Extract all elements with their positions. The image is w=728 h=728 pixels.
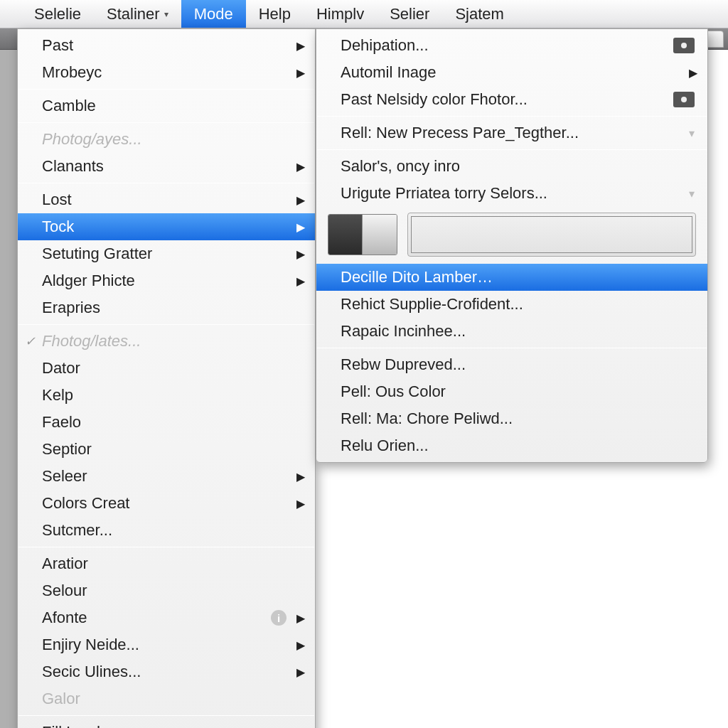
menubar-item-sjatem[interactable]: Sjatem (442, 0, 516, 28)
menu-item-relu-orien[interactable]: Relu Orien... (316, 432, 707, 459)
menu-separator (317, 348, 707, 348)
menubar-item-himplv[interactable]: Himplv (304, 0, 377, 28)
spectrum-cell[interactable] (660, 217, 670, 252)
spectrum-cell[interactable] (412, 217, 422, 252)
menu-item-label: Rebw Dupreved... (341, 355, 466, 374)
spectrum-cell[interactable] (616, 217, 627, 252)
spectrum-cell[interactable] (466, 217, 476, 252)
menu-item-fill-lasd[interactable]: Fill Lasd (18, 719, 315, 728)
menubar-item-selier[interactable]: Selier (377, 0, 442, 28)
menu-item-label: Pell: Ous Color (341, 382, 446, 401)
menu-item-label: Salor's, oncy inro (341, 157, 460, 176)
menu-item-aratior[interactable]: Aratior (18, 550, 315, 577)
menu-item-rell-ma-chore-peliwd[interactable]: Rell: Ma: Chore Peliwd... (316, 405, 707, 432)
spectrum-cell[interactable] (606, 217, 616, 252)
menu-item-septior[interactable]: Septior (18, 436, 315, 463)
menu-item-afonte[interactable]: Afontei▶ (18, 604, 315, 631)
spectrum-cell[interactable] (541, 217, 552, 252)
menu-item-label: Decille Dito Lamber… (341, 268, 493, 287)
menu-item-mrobeyc[interactable]: Mrobeyc▶ (18, 59, 315, 86)
spectrum-cell[interactable] (487, 217, 498, 252)
menu-item-label: Faelo (42, 413, 81, 432)
spectrum-cell[interactable] (455, 217, 466, 252)
submenu-arrow-icon: ▶ (296, 220, 305, 234)
menu-item-label: Sutcmer... (42, 521, 112, 540)
menu-item-label: Erapries (42, 299, 100, 317)
submenu-arrow-icon: ▶ (296, 274, 305, 288)
menubar-item-mode[interactable]: Mode (181, 0, 246, 28)
menubar-item-label: Himplv (316, 5, 364, 23)
menu-item-label: Seleer (42, 467, 87, 486)
spectrum-cell[interactable] (498, 217, 508, 252)
spectrum-cell[interactable] (584, 217, 595, 252)
menu-item-camble[interactable]: Camble (18, 92, 315, 119)
spectrum-cell[interactable] (681, 217, 692, 252)
menu-item-enjiry-neide[interactable]: Enjiry Neide...▶ (18, 631, 315, 658)
menu-item-past[interactable]: Past▶ (18, 32, 315, 59)
menubar-item-staliner[interactable]: Staliner▾ (94, 0, 181, 28)
menu-item-aldger-phicte[interactable]: Aldger Phicte▶ (18, 267, 315, 294)
menu-item-label: Urigute Prriatea torry Selors... (341, 184, 547, 203)
menu-item-rehict-supplie-crofident[interactable]: Rehict Supplie-Crofident... (316, 291, 707, 318)
menu-item-dator[interactable]: Dator (18, 355, 315, 382)
spectrum-cell[interactable] (627, 217, 638, 252)
menubar-item-help[interactable]: Help (246, 0, 304, 28)
menu-item-clanants[interactable]: Clanants▶ (18, 153, 315, 180)
spectrum-cell[interactable] (444, 217, 454, 252)
spectrum-cell[interactable] (433, 217, 444, 252)
menu-item-galor: Galor (18, 685, 315, 712)
menu-separator (18, 715, 314, 716)
menu-item-label: Rehict Supplie-Crofident... (341, 295, 523, 314)
foreground-swatch[interactable] (328, 215, 363, 255)
tock-submenu: Dehipation...Automil Inage▶Past Nelsidy … (316, 28, 708, 463)
left-gutter (0, 50, 18, 728)
spectrum-cell[interactable] (552, 217, 562, 252)
menu-item-kelp[interactable]: Kelp (18, 382, 315, 409)
color-spectrum[interactable] (411, 216, 692, 253)
menu-item-rapaic-incinhee[interactable]: Rapaic Incinhee... (316, 318, 707, 345)
menu-item-sutcmer[interactable]: Sutcmer... (18, 517, 315, 544)
menubar-item-selelie[interactable]: Selelie (21, 0, 94, 28)
menu-item-label: Fhotog/lates... (42, 332, 141, 350)
submenu-arrow-icon: ▶ (296, 160, 305, 173)
menu-item-erapries[interactable]: Erapries (18, 294, 315, 321)
menu-item-rebw-dupreved[interactable]: Rebw Dupreved... (316, 351, 707, 378)
submenu-arrow-icon: ▶ (296, 193, 305, 207)
menubar-item-label: Help (259, 5, 291, 23)
spectrum-cell[interactable] (638, 217, 648, 252)
menu-item-dehipation[interactable]: Dehipation... (316, 32, 707, 59)
background-swatch[interactable] (363, 215, 397, 255)
menu-item-tock[interactable]: Tock▶ (18, 213, 315, 240)
menu-item-past-nelsidy-color-fhotor[interactable]: Past Nelsidy color Fhotor... (316, 86, 707, 113)
menu-item-salor-s-oncy-inro[interactable]: Salor's, oncy inro (316, 153, 707, 180)
menu-item-colors-creat[interactable]: Colors Creat▶ (18, 490, 315, 517)
spectrum-cell[interactable] (508, 217, 519, 252)
spectrum-cell[interactable] (648, 217, 659, 252)
spectrum-cell[interactable] (520, 217, 530, 252)
spectrum-cell[interactable] (530, 217, 541, 252)
menu-item-secic-ulines[interactable]: Secic Ulines...▶ (18, 658, 315, 685)
spectrum-cell[interactable] (562, 217, 573, 252)
spectrum-cell[interactable] (422, 217, 433, 252)
menu-item-selour[interactable]: Selour (18, 577, 315, 604)
menu-item-decille-dito-lamber[interactable]: Decille Dito Lamber… (316, 264, 707, 291)
menu-item-seleer[interactable]: Seleer▶ (18, 463, 315, 490)
menubar-item-label: Staliner (107, 5, 160, 23)
menu-item-automil-inage[interactable]: Automil Inage▶ (316, 59, 707, 86)
spectrum-cell[interactable] (670, 217, 681, 252)
spectrum-cell[interactable] (595, 217, 606, 252)
spectrum-cell[interactable] (476, 217, 487, 252)
menu-item-pell-ous-color[interactable]: Pell: Ous Color (316, 378, 707, 405)
menu-item-rell-new-precess-pare-tegther[interactable]: Rell: New Precess Pare_Tegther...▾ (316, 119, 707, 146)
menu-item-label: Galor (42, 690, 80, 708)
menubar: SelelieStaliner▾ModeHelpHimplvSelierSjat… (0, 0, 728, 28)
spectrum-cell[interactable] (573, 217, 584, 252)
menu-item-label: Tock (42, 218, 74, 236)
swatch-pair[interactable] (328, 214, 397, 255)
menu-item-urigute-prriatea-torry-selors[interactable]: Urigute Prriatea torry Selors...▾ (316, 180, 707, 207)
menu-item-lost[interactable]: Lost▶ (18, 186, 315, 213)
adjustment-icon (673, 38, 695, 53)
menu-item-label: Rapaic Incinhee... (341, 322, 466, 341)
menu-item-faelo[interactable]: Faelo (18, 409, 315, 436)
menu-item-setuting-gratter[interactable]: Setuting Gratter▶ (18, 240, 315, 267)
